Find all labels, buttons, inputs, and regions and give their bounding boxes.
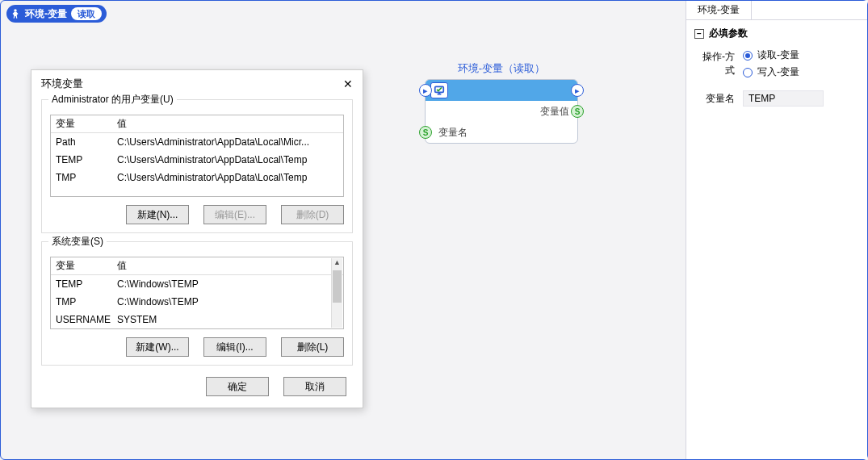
scrollbar[interactable]: ▲ [331,258,342,328]
scroll-thumb[interactable] [333,270,342,303]
node-input-name: S 变量名 [426,122,577,143]
user-vars-label: Administrator 的用户变量(U) [48,93,177,107]
table-row[interactable]: TEMP C:\Windows\TEMP [51,275,343,293]
table-header: 变量 值 [51,257,343,275]
cancel-button[interactable]: 取消 [283,377,346,396]
delete-sys-var-button[interactable]: 删除(L) [281,337,344,357]
table-header: 变量 值 [51,115,343,133]
new-sys-var-button[interactable]: 新建(W)... [126,337,189,357]
value-out-port[interactable]: S [571,105,584,118]
new-user-var-button[interactable]: 新建(N)... [126,205,189,224]
radio-read[interactable]: 读取-变量 [743,48,859,62]
env-var-dialog: 环境变量 ✕ Administrator 的用户变量(U) 变量 值 Path … [31,69,363,408]
table-row[interactable]: USERNAME SYSTEM [51,311,343,328]
scroll-up-icon[interactable]: ▲ [332,258,342,270]
section-title: 必填参数 [709,27,748,40]
header-var: 变量 [51,117,117,131]
table-row[interactable]: Path C:\Users\Administrator\AppData\Loca… [51,133,343,151]
sys-vars-label: 系统变量(S) [48,235,107,249]
close-icon[interactable]: ✕ [343,78,353,90]
pill-badge: 读取 [71,7,102,20]
table-row[interactable]: TMP C:\Windows\TEMP [51,293,343,311]
sys-vars-table[interactable]: 变量 值 TEMP C:\Windows\TEMP TMP C:\Windows… [50,257,344,329]
required-params-header[interactable]: − 必填参数 [694,27,859,40]
header-val: 值 [117,259,343,273]
dialog-title: 环境变量 [41,77,83,91]
exec-in-port[interactable]: ▸ [419,84,432,97]
user-vars-group: Administrator 的用户变量(U) 变量 值 Path C:\User… [41,99,353,233]
table-row[interactable]: TMP C:\Users\Administrator\AppData\Local… [51,169,343,186]
node-env-var[interactable]: 环境-变量（读取） ▸ ▸ 变量值 S S 变量名 [425,61,578,144]
edit-sys-var-button[interactable]: 编辑(I)... [203,337,266,357]
node-output-value-label: 变量值 [540,105,569,119]
node-title: 环境-变量（读取） [425,61,578,76]
sys-vars-group: 系统变量(S) 变量 值 TEMP C:\Windows\TEMP TMP C:… [41,241,353,366]
node-input-name-label: 变量名 [438,126,468,140]
radio-icon [743,51,753,61]
exec-out-port[interactable]: ▸ [571,84,584,97]
edit-user-var-button[interactable]: 编辑(E)... [203,205,266,224]
table-row[interactable]: TEMP C:\Users\Administrator\AppData\Loca… [51,151,343,169]
radio-read-label: 读取-变量 [757,48,799,62]
canvas: 环境-变量 读取 环境-变量（读取） ▸ ▸ 变量值 S S [1,1,686,459]
collapse-icon[interactable]: − [694,29,704,39]
header-var: 变量 [51,259,117,273]
delete-user-var-button[interactable]: 删除(D) [281,205,344,224]
node-body: ▸ ▸ 变量值 S S 变量名 [425,79,578,144]
pill-title: 环境-变量 [25,7,67,21]
user-vars-table[interactable]: 变量 值 Path C:\Users\Administrator\AppData… [50,115,344,197]
radio-write[interactable]: 写入-变量 [743,65,859,79]
ok-button[interactable]: 确定 [206,377,269,396]
varname-input[interactable] [743,90,824,107]
svg-point-0 [14,9,17,11]
person-icon [10,8,21,19]
op-mode-label: 操作-方式 [694,48,743,77]
property-tabs: 环境-变量 [686,1,867,20]
property-panel: 环境-变量 − 必填参数 操作-方式 读取-变量 写入-变量 [686,1,867,459]
varname-label: 变量名 [694,90,743,106]
node-header[interactable]: ▸ ▸ [426,80,577,101]
header-val: 值 [117,117,343,131]
action-pill[interactable]: 环境-变量 读取 [6,5,107,23]
tab-env-var[interactable]: 环境-变量 [686,1,752,19]
monitor-check-icon [430,82,448,98]
node-output-value: 变量值 S [426,101,577,122]
radio-icon [743,68,753,77]
radio-write-label: 写入-变量 [757,65,799,79]
name-in-port[interactable]: S [419,126,432,139]
